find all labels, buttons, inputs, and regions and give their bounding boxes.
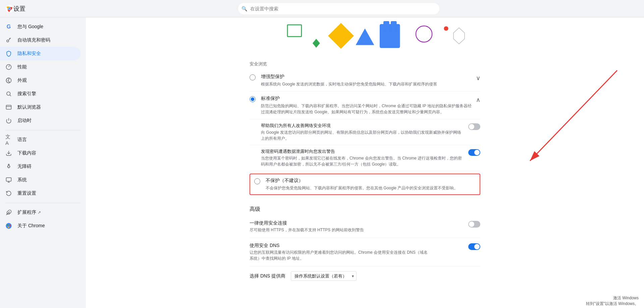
advanced-title: 高级 [250,200,480,215]
help-improve-option: 帮助我们为所有人改善网络安全环境 向 Google 发送您访问的部分网页的网址、… [250,119,480,145]
sidebar-item-browser[interactable]: 默认浏览器 [0,101,80,114]
svg-point-30 [416,26,432,42]
dns-provider-label: 选择 DNS 提供商 [250,273,285,279]
expand-up-icon: ∧ [476,96,480,104]
svg-marker-24 [313,39,320,48]
safe-dns-row: 使用安全 DNS 让您的互联网流量有访问权限的用户更难着到您访问的网站。Chro… [250,238,480,266]
sidebar-item-language[interactable]: 文A 语言 [0,133,80,146]
sidebar-item-reset[interactable]: 重置设置 [0,187,80,200]
standard-desc: 防范已知危险的网站、下载内容和扩展程序。当您访问某个网站时，Chrome 会通过… [261,103,473,115]
system-icon [5,177,12,183]
standard-radio[interactable] [250,96,256,102]
https-setting-row: 一律使用安全连接 尽可能使用 HTTPS，并在加载不支持 HTTPS 的网站前收… [250,215,480,238]
sidebar-item-label: 关于 Chrome [17,223,45,229]
sidebar-item-search[interactable]: 搜索引擎 [0,87,80,101]
password-alert-toggle[interactable] [468,149,480,156]
svg-rect-27 [380,24,400,48]
password-alert-content: 发现密码遭遇数据泄露时向您发出警告 当您使用某个密码时，如果发现它已被在线发布，… [261,148,463,167]
sidebar-item-label: 默认浏览器 [17,104,41,110]
topbar: 设置 🔍 [0,0,644,17]
sidebar-item-accessibility[interactable]: 无障碍 [0,160,80,173]
enhanced-desc: 根据系统向 Google 发送的浏览数据，实时地主动保护您免受危险网站、下载内容… [261,81,473,87]
sidebar-item-label: 无障碍 [17,164,32,170]
https-toggle[interactable] [468,221,480,228]
sidebar-item-downloads[interactable]: 下载内容 [0,146,80,160]
password-alert-title: 发现密码遭遇数据泄露时向您发出警告 [261,148,463,155]
sidebar-divider [5,130,80,130]
svg-marker-26 [356,28,374,45]
sidebar-item-performance[interactable]: 性能 [0,60,80,74]
sidebar-item-privacy[interactable]: 隐私和安全 [0,47,80,60]
sidebar-item-label: 您与 Google [17,24,43,30]
svg-point-22 [8,225,10,227]
sidebar-item-system[interactable]: 系统 [0,173,80,187]
power-icon [5,117,12,124]
sidebar-divider-2 [5,203,80,203]
sidebar-item-label: 隐私和安全 [17,51,41,57]
reset-icon [5,190,12,197]
sidebar-item-label: 自动填充和密码 [17,37,50,43]
gauge-icon [5,64,12,70]
https-content: 一律使用安全连接 尽可能使用 HTTPS，并在加载不支持 HTTPS 的网站前收… [250,220,455,233]
dns-provider-row: 选择 DNS 提供商 操作系统默认设置（若有） Google Cloudflar… [250,266,480,286]
sidebar-item-about[interactable]: 关于 Chrome [0,219,80,233]
svg-marker-32 [453,28,465,44]
sidebar-item-label: 扩展程序 [17,209,36,215]
sidebar-item-google[interactable]: G 您与 Google [0,20,80,34]
enhanced-protection-option[interactable]: 增强型保护 根据系统向 Google 发送的浏览数据，实时地主动保护您免受危险网… [250,70,480,91]
svg-point-8 [7,92,10,96]
search-engine-icon [5,90,12,97]
sidebar-item-label: 语言 [17,137,27,143]
dns-provider-select[interactable]: 操作系统默认设置（若有） Google Cloudflare 自定义 [291,271,357,281]
search-bar: 🔍 [238,3,439,14]
svg-marker-25 [328,23,354,49]
expand-down-icon: ∨ [476,74,480,82]
safe-dns-title: 使用安全 DNS [250,243,460,249]
svg-line-9 [10,95,11,96]
sidebar-item-appearance[interactable]: 外观 [0,74,80,87]
google-icon: G [5,23,12,30]
palette-icon [5,77,12,84]
https-desc: 尽可能使用 HTTPS，并在加载不支持 HTTPS 的网站前收到警告 [250,227,455,233]
dns-select-wrapper: 操作系统默认设置（若有） Google Cloudflare 自定义 [291,271,357,281]
no-protection-title: 不保护（不建议） [266,178,476,184]
safe-browsing-section-title: 安全浏览 [250,57,480,70]
sidebar-item-label: 外观 [17,77,27,83]
browser-icon [5,104,12,111]
safe-dns-toggle[interactable] [468,243,480,250]
external-link-icon: ↗ [38,210,41,215]
shield-icon [5,50,12,57]
sidebar-item-extensions[interactable]: 扩展程序 ↗ [0,206,80,219]
security-illustration [250,17,480,54]
svg-point-31 [444,26,448,30]
sidebar-item-label: 下载内容 [17,150,36,156]
key-icon [5,37,12,44]
svg-point-14 [8,164,9,165]
enhanced-radio[interactable] [250,74,256,80]
sidebar-item-autofill[interactable]: 自动填充和密码 [0,34,80,47]
password-alert-option: 发现密码遭遇数据泄露时向您发出警告 当您使用某个密码时，如果发现它已被在线发布，… [250,145,480,171]
standard-content: 标准保护 防范已知危险的网站、下载内容和扩展程序。当您访问某个网站时，Chrom… [261,96,473,115]
sidebar-item-startup[interactable]: 启动时 [0,114,80,127]
svg-rect-29 [391,21,397,30]
help-improve-content: 帮助我们为所有人改善网络安全环境 向 Google 发送您访问的部分网页的网址、… [261,123,463,141]
content-area: 安全浏览 增强型保护 根据系统向 Google 发送的浏览数据，实时地主动保护您… [86,17,644,308]
search-input[interactable] [238,3,439,14]
standard-protection-option[interactable]: 标准保护 防范已知危险的网站、下载内容和扩展程序。当您访问某个网站时，Chrom… [250,91,480,119]
help-improve-desc: 向 Google 发送您访问的部分网页的网址、有限的系统信息以及部分网页内容，以… [261,129,463,141]
language-icon: 文A [5,136,12,143]
help-improve-toggle[interactable] [468,123,480,130]
page-title: 设置 [13,5,25,13]
svg-point-4 [9,8,10,9]
sidebar-item-label: 系统 [17,177,27,183]
no-protection-option[interactable]: 不保护（不建议） 不会保护您免受危险网站、下载内容和扩展程序的侵害。您在其他 G… [250,174,480,194]
svg-rect-28 [383,21,389,30]
no-protection-desc: 不会保护您免受危险网站、下载内容和扩展程序的侵害。您在其他 Google 产品中… [266,185,476,191]
svg-rect-23 [287,25,302,37]
sidebar-item-label: 搜索引擎 [17,91,36,97]
sidebar: G 您与 Google 自动填充和密码 隐私和安全 性能 外观 [0,17,86,308]
svg-rect-10 [6,105,11,109]
no-protection-radio[interactable] [254,178,260,184]
help-improve-title: 帮助我们为所有人改善网络安全环境 [261,123,463,129]
accessibility-icon [5,163,12,170]
